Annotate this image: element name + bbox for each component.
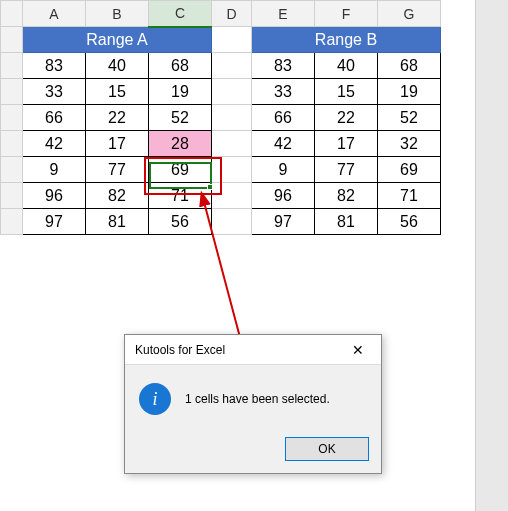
row-header[interactable]: [1, 157, 23, 183]
cell[interactable]: 42: [23, 131, 86, 157]
cell[interactable]: 83: [252, 53, 315, 79]
cell[interactable]: 81: [86, 209, 149, 235]
cell[interactable]: 42: [252, 131, 315, 157]
cell[interactable]: 52: [149, 105, 212, 131]
spreadsheet-grid[interactable]: A B C D E F G Range A Range B 83 40 68 8…: [0, 0, 441, 235]
cell[interactable]: [212, 53, 252, 79]
close-icon[interactable]: ✕: [343, 342, 373, 358]
corner-cell[interactable]: [1, 1, 23, 27]
row-header[interactable]: [1, 131, 23, 157]
range-a-title[interactable]: Range A: [23, 27, 212, 53]
cell[interactable]: 66: [252, 105, 315, 131]
cell[interactable]: 22: [86, 105, 149, 131]
col-header-b[interactable]: B: [86, 1, 149, 27]
cell[interactable]: 97: [23, 209, 86, 235]
cell[interactable]: 52: [378, 105, 441, 131]
row-header[interactable]: [1, 183, 23, 209]
highlighted-cell[interactable]: 28: [149, 131, 212, 157]
col-header-f[interactable]: F: [315, 1, 378, 27]
cell[interactable]: 33: [252, 79, 315, 105]
cell[interactable]: [212, 183, 252, 209]
cell[interactable]: 17: [86, 131, 149, 157]
col-header-g[interactable]: G: [378, 1, 441, 27]
cell[interactable]: 17: [315, 131, 378, 157]
dialog-message: 1 cells have been selected.: [185, 392, 330, 406]
cell[interactable]: [212, 131, 252, 157]
cell[interactable]: [212, 105, 252, 131]
cell[interactable]: 68: [149, 53, 212, 79]
cell[interactable]: 71: [378, 183, 441, 209]
cell[interactable]: 22: [315, 105, 378, 131]
cell[interactable]: 9: [252, 157, 315, 183]
row-header[interactable]: [1, 53, 23, 79]
col-header-a[interactable]: A: [23, 1, 86, 27]
cell[interactable]: 81: [315, 209, 378, 235]
cell[interactable]: 9: [23, 157, 86, 183]
cell[interactable]: 69: [378, 157, 441, 183]
ok-button[interactable]: OK: [285, 437, 369, 461]
cell[interactable]: 82: [86, 183, 149, 209]
cell[interactable]: [212, 157, 252, 183]
col-header-d[interactable]: D: [212, 1, 252, 27]
cell[interactable]: 19: [149, 79, 212, 105]
range-b-title[interactable]: Range B: [252, 27, 441, 53]
cell[interactable]: 40: [315, 53, 378, 79]
cell[interactable]: 71: [149, 183, 212, 209]
dialog-titlebar[interactable]: Kutools for Excel ✕: [125, 335, 381, 365]
cell[interactable]: 15: [315, 79, 378, 105]
cell[interactable]: 96: [23, 183, 86, 209]
cell[interactable]: 83: [23, 53, 86, 79]
cell[interactable]: 77: [86, 157, 149, 183]
col-header-e[interactable]: E: [252, 1, 315, 27]
row-header[interactable]: [1, 27, 23, 53]
cell[interactable]: 32: [378, 131, 441, 157]
dialog-title-text: Kutools for Excel: [135, 343, 225, 357]
cell[interactable]: [212, 27, 252, 53]
cell[interactable]: 68: [378, 53, 441, 79]
row-header[interactable]: [1, 79, 23, 105]
sheet-gutter: [475, 0, 508, 511]
row-header[interactable]: [1, 105, 23, 131]
cell[interactable]: 19: [378, 79, 441, 105]
row-header[interactable]: [1, 209, 23, 235]
cell[interactable]: [212, 209, 252, 235]
cell[interactable]: 56: [149, 209, 212, 235]
cell[interactable]: 40: [86, 53, 149, 79]
cell[interactable]: 56: [378, 209, 441, 235]
cell[interactable]: 82: [315, 183, 378, 209]
cell[interactable]: 15: [86, 79, 149, 105]
cell[interactable]: 33: [23, 79, 86, 105]
cell[interactable]: 66: [23, 105, 86, 131]
dialog-kutools: Kutools for Excel ✕ i 1 cells have been …: [124, 334, 382, 474]
cell[interactable]: [212, 79, 252, 105]
info-icon: i: [139, 383, 171, 415]
cell[interactable]: 69: [149, 157, 212, 183]
cell[interactable]: 77: [315, 157, 378, 183]
cell[interactable]: 97: [252, 209, 315, 235]
col-header-c[interactable]: C: [149, 1, 212, 27]
cell[interactable]: 96: [252, 183, 315, 209]
